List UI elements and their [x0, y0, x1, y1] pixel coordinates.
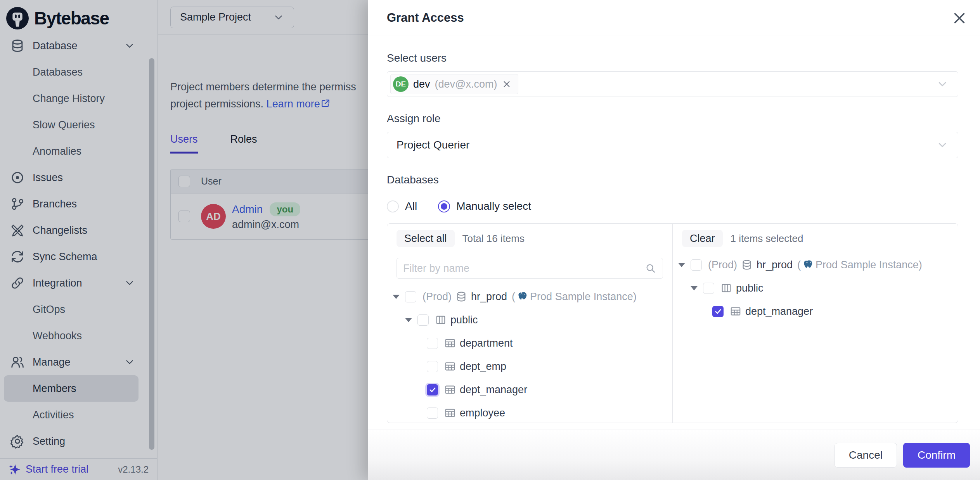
search-icon: [645, 262, 656, 274]
caret-icon[interactable]: [691, 286, 698, 290]
radio-all[interactable]: All: [387, 200, 417, 212]
select-all-button[interactable]: Select all: [397, 230, 455, 247]
total-items-label: Total 16 items: [462, 233, 525, 245]
tree-checkbox-checked[interactable]: [712, 306, 724, 317]
filter-input-wrap: [397, 258, 663, 279]
databases-label: Databases: [387, 174, 958, 186]
chevron-down-icon: [936, 78, 949, 90]
table-icon: [444, 337, 456, 349]
caret-icon[interactable]: [405, 318, 412, 322]
grant-access-drawer: Grant Access Select users DE dev (dev@x.…: [368, 0, 980, 480]
transfer-selected-panel: Clear 1 items selected (Prod) hr_prod (: [673, 224, 958, 423]
drawer-footer: Cancel Confirm: [368, 430, 980, 480]
schema-icon: [435, 314, 447, 326]
selected-tree: (Prod) hr_prod ( Prod Sample Instance) p…: [673, 253, 958, 323]
selected-user-chip: DE dev (dev@x.com): [390, 74, 518, 94]
chip-user-name: dev: [413, 78, 430, 90]
radio-manually-select[interactable]: Manually select: [438, 200, 531, 212]
tree-item-table[interactable]: dept_emp: [387, 355, 672, 378]
drawer-header: Grant Access: [368, 0, 980, 36]
tree-checkbox[interactable]: [427, 361, 438, 372]
role-select[interactable]: Project Querier: [387, 132, 958, 158]
users-multiselect[interactable]: DE dev (dev@x.com): [387, 71, 958, 97]
table-icon: [444, 384, 456, 395]
tree-checkbox[interactable]: [703, 283, 714, 294]
table-icon: [730, 306, 741, 317]
filter-input[interactable]: [403, 262, 645, 275]
tree-checkbox[interactable]: [427, 338, 438, 349]
tree-item-database[interactable]: (Prod) hr_prod ( Prod Sample Instance): [673, 253, 958, 276]
clear-button[interactable]: Clear: [682, 230, 723, 247]
tree-checkbox[interactable]: [417, 314, 429, 326]
tree-item-table[interactable]: employee: [387, 401, 672, 423]
postgresql-icon: [517, 291, 528, 302]
drawer-title: Grant Access: [387, 11, 464, 25]
select-users-label: Select users: [387, 52, 958, 64]
cancel-button[interactable]: Cancel: [835, 443, 897, 468]
chevron-down-icon: [936, 139, 949, 151]
tree-checkbox[interactable]: [405, 291, 416, 302]
check-icon: [714, 307, 722, 315]
confirm-button[interactable]: Confirm: [903, 443, 970, 468]
database-transfer-panel: Select all Total 16 items (Prod): [387, 223, 958, 423]
tree-item-table-selected[interactable]: dept_manager: [387, 378, 672, 401]
transfer-source-panel: Select all Total 16 items (Prod): [387, 224, 673, 423]
source-tree: (Prod) hr_prod ( Prod Sample Instance) p…: [387, 285, 672, 423]
database-icon: [741, 259, 753, 271]
database-scope-radios: All Manually select: [387, 200, 958, 212]
caret-icon[interactable]: [393, 295, 400, 299]
drawer-body: Select users DE dev (dev@x.com) Assign r…: [368, 36, 980, 480]
check-icon: [429, 386, 436, 394]
postgresql-icon: [802, 259, 814, 271]
tree-item-table-selected[interactable]: dept_manager: [673, 300, 958, 323]
tree-checkbox[interactable]: [427, 407, 438, 419]
tree-item-schema[interactable]: public: [387, 308, 672, 332]
tree-item-table[interactable]: department: [387, 332, 672, 355]
close-icon[interactable]: [951, 9, 968, 27]
avatar: DE: [393, 76, 409, 92]
remove-user-icon[interactable]: [502, 79, 512, 89]
database-icon: [455, 291, 467, 302]
schema-icon: [720, 282, 732, 294]
tree-item-database[interactable]: (Prod) hr_prod ( Prod Sample Instance): [387, 285, 672, 308]
tree-checkbox[interactable]: [691, 259, 702, 271]
table-icon: [444, 407, 456, 419]
assign-role-label: Assign role: [387, 112, 958, 125]
selected-items-label: 1 items selected: [731, 233, 803, 245]
caret-icon[interactable]: [678, 263, 685, 267]
radio-circle[interactable]: [387, 200, 399, 212]
tree-item-schema[interactable]: public: [673, 276, 958, 300]
table-icon: [444, 361, 456, 372]
chip-user-email: (dev@x.com): [435, 78, 497, 90]
tree-checkbox-checked[interactable]: [427, 384, 438, 395]
role-value: Project Querier: [397, 139, 469, 151]
app-root: Bytebase Database Databases Change Histo…: [0, 0, 980, 480]
radio-circle-checked[interactable]: [438, 200, 450, 212]
